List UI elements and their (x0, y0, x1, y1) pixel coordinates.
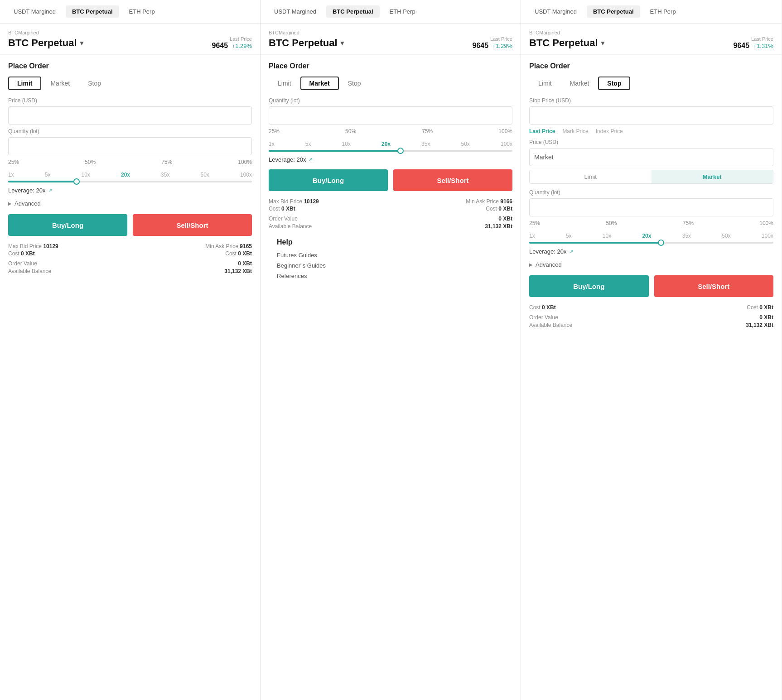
pct-25-3[interactable]: 25% (529, 220, 540, 226)
pct-100-1[interactable]: 100% (238, 159, 252, 165)
pct-75-1[interactable]: 75% (161, 159, 172, 165)
lev-100x-2[interactable]: 100x (501, 141, 512, 147)
panel-market: USDT Margined BTC Perpetual ETH Perp BTC… (261, 0, 521, 700)
price-type-last-3[interactable]: Last Price (529, 128, 555, 134)
leverage-labels-3: 1x 5x 10x 20x 35x 50x 100x (529, 233, 773, 239)
order-tab-market-2[interactable]: Market (300, 77, 339, 90)
tab-usdt-margined-1[interactable]: USDT Margined (7, 5, 62, 18)
avail-balance-val-2: 31,132 XBt (485, 223, 512, 230)
pct-row-3: 25% 50% 75% 100% (529, 220, 773, 226)
tab-eth-perp-1[interactable]: ETH Perp (123, 5, 161, 18)
sell-short-btn-3[interactable]: Sell/Short (654, 275, 774, 297)
external-link-icon-2[interactable]: ↗ (309, 157, 313, 163)
order-tab-stop-2[interactable]: Stop (339, 77, 370, 90)
lev-50x-1[interactable]: 50x (201, 172, 209, 178)
qty-field-input-1[interactable] (8, 137, 252, 155)
advanced-row-1[interactable]: ▶ Advanced (8, 200, 252, 207)
tab-usdt-margined-3[interactable]: USDT Margined (528, 5, 583, 18)
tab-btc-perpetual-1[interactable]: BTC Perpetual (66, 5, 119, 18)
lev-5x-3[interactable]: 5x (566, 233, 572, 239)
buy-long-btn-1[interactable]: Buy/Long (8, 214, 127, 236)
order-tab-market-3[interactable]: Market (561, 77, 599, 90)
qty-label-3: Quantity (lot) (529, 189, 773, 196)
lev-20x-2[interactable]: 20x (381, 141, 391, 147)
lev-1x-1[interactable]: 1x (8, 172, 14, 178)
pair-dropdown-arrow-2: ▼ (339, 39, 346, 47)
price-change-2: +1.29% (492, 43, 512, 49)
lev-1x-3[interactable]: 1x (529, 233, 535, 239)
pct-75-2[interactable]: 75% (422, 128, 433, 134)
lev-35x-2[interactable]: 35x (421, 141, 430, 147)
cost-buy-label-2: Cost (269, 206, 280, 212)
pair-name-1[interactable]: BTC Perpetual ▼ (8, 37, 85, 49)
avail-balance-val-3: 31,132 XBt (746, 322, 773, 328)
external-link-icon-3[interactable]: ↗ (569, 249, 573, 254)
tab-eth-perp-2[interactable]: ETH Perp (383, 5, 422, 18)
help-link-references-2[interactable]: References (277, 273, 504, 279)
lev-100x-1[interactable]: 100x (240, 172, 252, 178)
pct-50-3[interactable]: 50% (606, 220, 617, 226)
lev-20x-1[interactable]: 20x (121, 172, 130, 178)
pair-name-2[interactable]: BTC Perpetual ▼ (269, 37, 345, 49)
leverage-slider-2[interactable] (269, 150, 512, 152)
tab-usdt-margined-2[interactable]: USDT Margined (268, 5, 323, 18)
advanced-label-3: Advanced (536, 261, 562, 268)
lev-50x-3[interactable]: 50x (722, 233, 730, 239)
help-title-2: Help (277, 238, 504, 246)
help-link-beginners-2[interactable]: Beginner"s Guides (277, 262, 504, 269)
pct-50-1[interactable]: 50% (85, 159, 96, 165)
price-type-mark-3[interactable]: Mark Price (562, 128, 588, 134)
leverage-slider-3[interactable] (529, 242, 773, 244)
buy-long-btn-3[interactable]: Buy/Long (529, 275, 649, 297)
lev-20x-3[interactable]: 20x (642, 233, 651, 239)
pct-100-2[interactable]: 100% (498, 128, 512, 134)
lev-10x-1[interactable]: 10x (82, 172, 90, 178)
lev-5x-2[interactable]: 5x (305, 141, 311, 147)
order-tab-limit-2[interactable]: Limit (269, 77, 300, 90)
lev-50x-2[interactable]: 50x (461, 141, 470, 147)
available-balance-row-1: Available Balance 31,132 XBt (8, 268, 252, 274)
pct-25-1[interactable]: 25% (8, 159, 19, 165)
pct-100-3[interactable]: 100% (759, 220, 773, 226)
order-tab-stop-1[interactable]: Stop (79, 77, 110, 90)
pair-name-3[interactable]: BTC Perpetual ▼ (529, 37, 606, 49)
order-value-row-2: Order Value 0 XBt (269, 216, 512, 222)
pct-75-3[interactable]: 75% (683, 220, 694, 226)
qty-field-input-2[interactable] (269, 106, 512, 125)
price-field-input-1[interactable] (8, 106, 252, 125)
leverage-slider-1[interactable] (8, 181, 252, 182)
stop-price-input-3[interactable] (529, 106, 773, 125)
sell-short-btn-1[interactable]: Sell/Short (133, 214, 252, 236)
info-grid-1: Max Bid Price 10129 Min Ask Price 9165 C… (8, 243, 252, 257)
lev-35x-3[interactable]: 35x (682, 233, 691, 239)
tab-eth-perp-3[interactable]: ETH Perp (644, 5, 682, 18)
order-tab-market-1[interactable]: Market (41, 77, 79, 90)
tab-btc-perpetual-2[interactable]: BTC Perpetual (326, 5, 380, 18)
lev-35x-1[interactable]: 35x (161, 172, 169, 178)
tab-btc-perpetual-3[interactable]: BTC Perpetual (587, 5, 640, 18)
order-tab-stop-3[interactable]: Stop (598, 77, 630, 90)
order-value-val-1: 0 XBt (238, 260, 252, 267)
lev-1x-2[interactable]: 1x (269, 141, 275, 147)
lev-5x-1[interactable]: 5x (45, 172, 51, 178)
qty-input-3[interactable] (529, 198, 773, 216)
buy-long-btn-2[interactable]: Buy/Long (269, 169, 388, 191)
order-tab-limit-3[interactable]: Limit (529, 77, 561, 90)
price-input-3[interactable] (529, 148, 773, 166)
lev-10x-3[interactable]: 10x (603, 233, 611, 239)
sub-tab-market-3[interactable]: Market (652, 170, 773, 183)
sub-tab-limit-3[interactable]: Limit (530, 170, 652, 183)
order-value-label-1: Order Value (8, 260, 37, 267)
price-type-index-3[interactable]: Index Price (596, 128, 623, 134)
advanced-label-1: Advanced (14, 200, 41, 207)
lev-100x-3[interactable]: 100x (762, 233, 773, 239)
pair-dropdown-arrow-3: ▼ (600, 39, 606, 47)
help-link-futures-2[interactable]: Futures Guides (277, 252, 504, 259)
order-tab-limit-1[interactable]: Limit (8, 77, 41, 90)
pct-50-2[interactable]: 50% (345, 128, 356, 134)
sell-short-btn-2[interactable]: Sell/Short (393, 169, 512, 191)
pct-25-2[interactable]: 25% (269, 128, 280, 134)
external-link-icon-1[interactable]: ↗ (48, 187, 52, 193)
lev-10x-2[interactable]: 10x (342, 141, 351, 147)
advanced-row-3[interactable]: ▶ Advanced (529, 261, 773, 268)
